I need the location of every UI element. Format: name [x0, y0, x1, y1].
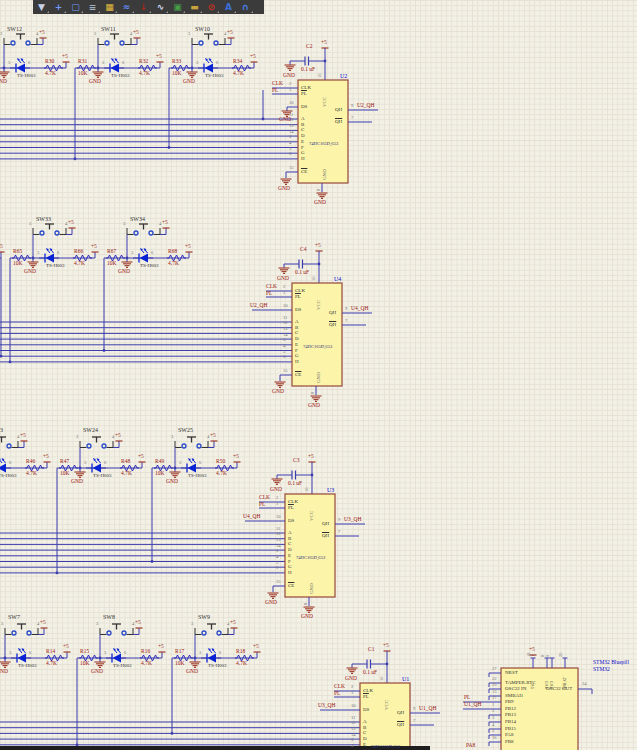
switch-contact[interactable] — [122, 631, 126, 635]
ic-designator[interactable]: U3 — [327, 487, 334, 493]
power-port-label[interactable]: +5 — [115, 433, 121, 439]
switch-contact[interactable] — [134, 231, 138, 235]
power-port-label[interactable]: +5 — [315, 243, 321, 249]
switch-designator[interactable]: SW33 — [36, 216, 51, 222]
power-port-label[interactable]: +5 — [133, 30, 139, 36]
switch-contact[interactable] — [107, 631, 111, 635]
power-port-label[interactable]: +5 — [20, 433, 26, 439]
resistor-value[interactable]: 4.7K — [45, 71, 56, 77]
capacitor-value[interactable]: 0.1 uF — [295, 270, 309, 276]
gnd-label[interactable]: GND — [166, 479, 178, 485]
power-port-label[interactable]: +5 — [233, 454, 239, 460]
net-label-qh[interactable]: U1_QH — [419, 706, 436, 712]
resistor-designator[interactable]: R18 — [236, 649, 245, 655]
switch-designator[interactable]: SW7 — [8, 614, 20, 620]
resistor-value[interactable]: 10K — [78, 71, 87, 77]
led-part-label[interactable]: TS-H003 — [188, 473, 207, 478]
gnd-label[interactable]: GND — [89, 79, 101, 85]
gnd-label[interactable]: GND — [118, 269, 130, 275]
power-port-label[interactable]: +5 — [321, 40, 327, 46]
gnd-label[interactable]: GND — [186, 669, 198, 675]
gnd-label[interactable]: GND — [301, 614, 313, 620]
bluepill-designator2[interactable]: STM32 — [593, 667, 610, 673]
switch-contact[interactable] — [199, 41, 203, 45]
switch-contact[interactable] — [202, 631, 206, 635]
led-part-label[interactable]: TS-H003 — [18, 663, 37, 668]
ic-part-number[interactable]: 74HC165D,653 — [303, 345, 332, 350]
power-port-label[interactable]: +5 — [230, 620, 236, 626]
resistor-value[interactable]: 4.7K — [46, 661, 57, 667]
resistor-designator[interactable]: R17 — [175, 649, 184, 655]
switch-contact[interactable] — [40, 231, 44, 235]
switch-contact[interactable] — [197, 444, 201, 448]
resistor-value[interactable]: 4.7K — [74, 261, 85, 267]
power-port-label[interactable]: +5 — [308, 454, 314, 460]
power-port-label[interactable]: +5 — [91, 244, 97, 250]
gnd-label[interactable]: GND — [265, 600, 277, 606]
resistor-value[interactable]: 10K — [107, 261, 116, 267]
led-part-label[interactable]: TS-H003 — [205, 73, 224, 78]
switch-contact[interactable] — [214, 41, 218, 45]
resistor-value[interactable]: 4.7K — [216, 471, 227, 477]
resistor-designator[interactable]: R46 — [26, 459, 35, 465]
switch-designator[interactable]: SW9 — [198, 614, 210, 620]
switch-contact[interactable] — [55, 231, 59, 235]
place-port-icon[interactable]: ↓ — [135, 1, 152, 14]
power-port-label[interactable]: +5 — [62, 54, 68, 60]
led-part-label[interactable]: TS-H003 — [140, 263, 159, 268]
gnd-label[interactable]: GND — [0, 79, 7, 85]
schematic-canvas[interactable]: ▼+▢≡▦≈↓∿▣▬⊘A∩ +5GND36TS-H003R304.7KSW123… — [0, 0, 637, 750]
resistor-designator[interactable]: R50 — [216, 459, 225, 465]
led-triangle[interactable] — [188, 464, 197, 473]
paste-icon[interactable]: ≡ — [84, 1, 101, 14]
resistor-value[interactable]: 10K — [175, 661, 184, 667]
led-triangle[interactable] — [208, 654, 217, 663]
resistor-designator[interactable]: R31 — [78, 59, 87, 65]
resistor-value[interactable]: 4.7K — [121, 471, 132, 477]
power-port-label[interactable]: +5 — [156, 54, 162, 60]
net-label-qh[interactable]: U3_QH — [344, 517, 361, 523]
power-port-label[interactable]: +5 — [227, 30, 233, 36]
text-string-icon[interactable]: A — [220, 1, 237, 14]
led-triangle[interactable] — [140, 254, 149, 263]
switch-contact[interactable] — [120, 41, 124, 45]
capacitor-designator[interactable]: C4 — [300, 247, 306, 253]
net-label-clk[interactable]: CLK — [334, 684, 345, 690]
resistor-value[interactable]: 10K — [155, 471, 164, 477]
power-port-label[interactable]: +5 — [250, 54, 256, 60]
gnd-label[interactable]: GND — [308, 403, 320, 409]
ic-part-number[interactable]: 74HC165D,653 — [296, 556, 325, 561]
switch-designator[interactable]: SW8 — [103, 614, 115, 620]
resistor-designator[interactable]: R65 — [13, 249, 22, 255]
sheet-entry-icon[interactable]: ▬ — [186, 1, 203, 14]
led-part-label[interactable]: TS-H003 — [46, 263, 65, 268]
capacitor-value[interactable]: 0.1 uF — [301, 67, 315, 73]
resistor-designator[interactable]: R49 — [155, 459, 164, 465]
led-triangle[interactable] — [205, 64, 214, 73]
crosshair-icon[interactable]: + — [50, 1, 67, 14]
capacitor-designator[interactable]: C1 — [368, 647, 374, 653]
led-triangle[interactable] — [46, 254, 55, 263]
resistor-value[interactable]: 10K — [80, 661, 89, 667]
resistor-value[interactable]: 4.7K — [139, 71, 150, 77]
net-label-qh[interactable]: U4_QH — [351, 306, 368, 312]
led-triangle[interactable] — [0, 464, 6, 473]
capacitor-value[interactable]: 0.1 uF — [288, 481, 302, 487]
gnd-label[interactable]: GND — [91, 669, 103, 675]
power-port-label[interactable]: +5 — [529, 647, 535, 653]
power-port-label[interactable]: +5 — [210, 433, 216, 439]
led-part-label[interactable]: TS-H003 — [111, 73, 130, 78]
net-label-clk[interactable]: CLK — [272, 81, 283, 87]
led-triangle[interactable] — [17, 64, 26, 73]
net-label-pl[interactable]: PL — [334, 691, 340, 697]
capacitor-value[interactable]: 0.1 uF — [363, 670, 377, 676]
power-port-label[interactable]: +5 — [185, 244, 191, 250]
resistor-value[interactable]: 4.7K — [168, 261, 179, 267]
gnd-label[interactable]: GND — [0, 669, 8, 675]
arc-icon[interactable]: ∩ — [237, 1, 254, 14]
switch-contact[interactable] — [27, 631, 31, 635]
resistor-designator[interactable]: R14 — [46, 649, 55, 655]
selection-icon[interactable]: ▢ — [67, 1, 84, 14]
switch-designator[interactable]: SW34 — [130, 216, 145, 222]
gnd-label[interactable]: GND — [278, 186, 290, 192]
